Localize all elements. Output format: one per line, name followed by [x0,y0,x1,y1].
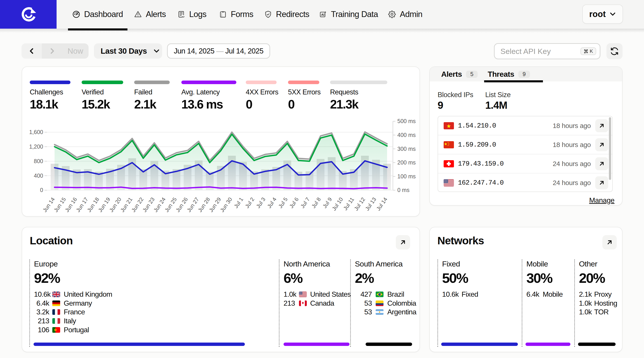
svg-text:400: 400 [34,173,43,179]
svg-text:Jul 1: Jul 1 [233,196,244,209]
svg-text:Jul 11: Jul 11 [342,196,355,211]
svg-text:300 ms: 300 ms [397,146,416,152]
svg-text:500 ms: 500 ms [397,118,416,124]
svg-text:0 ms: 0 ms [397,187,410,193]
svg-text:0: 0 [40,187,43,193]
svg-text:Jul 3: Jul 3 [255,196,266,209]
svg-text:Jul 14: Jul 14 [375,196,388,212]
svg-text:Jul 2: Jul 2 [244,196,256,209]
svg-text:Jul 5: Jul 5 [277,196,289,209]
svg-text:Jun 14: Jun 14 [42,196,56,213]
svg-text:Jul 13: Jul 13 [364,196,377,212]
svg-text:Jul 8: Jul 8 [310,196,322,209]
svg-text:Jul 10: Jul 10 [331,196,344,212]
svg-text:Jul 7: Jul 7 [299,196,311,209]
svg-text:Jul 6: Jul 6 [288,196,300,209]
svg-text:100 ms: 100 ms [397,173,416,179]
svg-text:Jul 4: Jul 4 [266,196,278,209]
svg-text:200 ms: 200 ms [397,159,416,166]
svg-text:400 ms: 400 ms [397,132,416,138]
svg-text:1,200: 1,200 [29,143,43,150]
svg-text:800: 800 [34,158,43,164]
svg-text:Jul 12: Jul 12 [353,196,366,212]
svg-text:1,600: 1,600 [29,129,43,135]
